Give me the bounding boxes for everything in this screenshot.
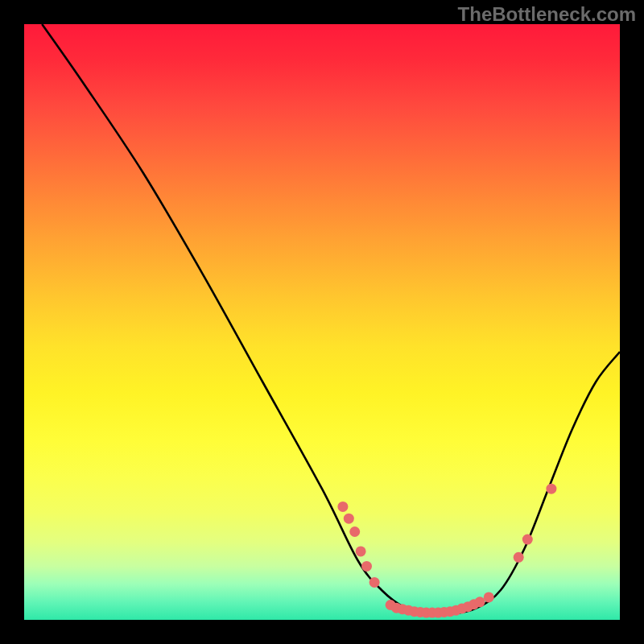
- marker-dot: [514, 552, 524, 563]
- marker-dot: [356, 546, 366, 556]
- marker-dot: [369, 577, 380, 588]
- marker-dot: [344, 514, 354, 524]
- marker-dot: [475, 597, 485, 607]
- curve-path-group: [42, 24, 620, 615]
- marker-dot: [337, 502, 348, 512]
- marker-dot: [546, 484, 556, 494]
- plot-area: [24, 24, 620, 620]
- curve-svg: [24, 24, 620, 620]
- bottleneck-curve-path: [42, 24, 620, 615]
- watermark-text: TheBottleneck.com: [458, 3, 636, 26]
- marker-dot: [522, 535, 533, 545]
- chart-container: TheBottleneck.com: [0, 0, 644, 644]
- marker-dot: [349, 526, 360, 537]
- marker-dot: [484, 592, 494, 602]
- marker-dot: [361, 561, 372, 572]
